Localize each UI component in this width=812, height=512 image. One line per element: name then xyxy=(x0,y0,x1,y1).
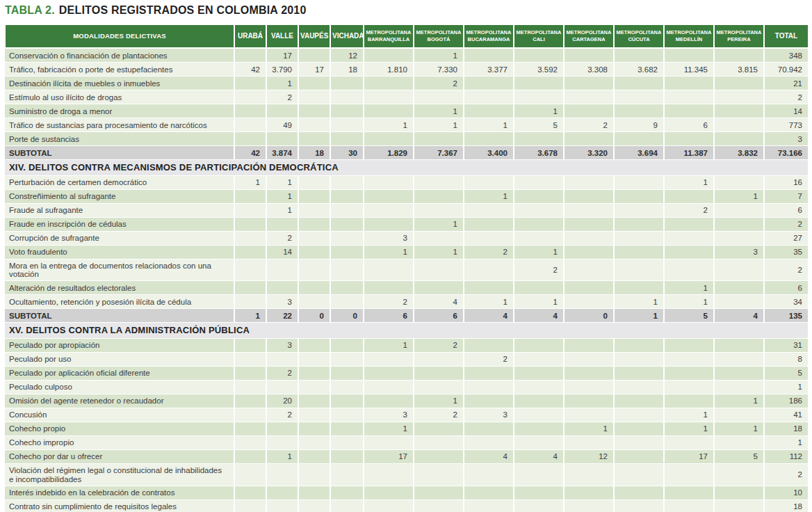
value-cell: 3.815 xyxy=(714,63,764,77)
value-cell xyxy=(614,203,664,217)
value-cell xyxy=(234,118,266,132)
column-header: VAUPÉS xyxy=(298,25,330,49)
value-cell xyxy=(234,422,266,435)
row-label-cell: Peculado por uso xyxy=(5,352,234,366)
value-cell: 21 xyxy=(764,77,809,90)
value-cell xyxy=(330,422,364,435)
value-cell xyxy=(614,245,664,259)
value-cell xyxy=(614,77,664,90)
column-header: VALLE xyxy=(266,25,298,49)
value-cell: 3.832 xyxy=(714,146,764,160)
table-row: Concusión2323141 xyxy=(5,408,809,422)
value-cell xyxy=(234,189,266,203)
value-cell xyxy=(298,77,330,90)
value-cell xyxy=(664,77,714,90)
value-cell: 31 xyxy=(764,338,809,352)
value-cell: 1 xyxy=(714,394,764,408)
value-cell: 2 xyxy=(266,90,298,104)
row-label-cell: Fraude en inscripción de cédulas xyxy=(5,217,234,231)
table-row: Porte de sustancias3 xyxy=(5,132,809,146)
value-cell: 3.400 xyxy=(464,146,514,160)
value-cell xyxy=(298,104,330,118)
value-cell: 3.694 xyxy=(614,146,664,160)
value-cell: 2 xyxy=(564,118,614,132)
row-label-cell: Mora en la entrega de documentos relacio… xyxy=(5,259,234,281)
value-cell xyxy=(514,90,564,104)
value-cell xyxy=(614,499,664,512)
value-cell xyxy=(464,281,514,295)
value-cell: 3 xyxy=(266,295,298,309)
value-cell: 1 xyxy=(234,175,266,189)
column-header: METROPOLITANA CALI xyxy=(514,25,564,49)
value-cell xyxy=(664,352,714,366)
value-cell xyxy=(234,104,266,118)
value-cell xyxy=(614,217,664,231)
row-label-cell: Destinación ilícita de muebles o inmuebl… xyxy=(5,77,234,90)
value-cell: 1 xyxy=(464,295,514,309)
value-cell: 7.367 xyxy=(414,146,464,160)
value-cell xyxy=(564,48,614,63)
value-cell xyxy=(298,366,330,380)
value-cell: 0 xyxy=(298,309,330,323)
value-cell xyxy=(614,422,664,435)
value-cell: 1 xyxy=(414,394,464,408)
table-number: TABLA 2. xyxy=(5,4,55,16)
value-cell xyxy=(714,104,764,118)
value-cell: 2 xyxy=(266,408,298,422)
value-cell xyxy=(298,203,330,217)
value-cell: 41 xyxy=(764,408,809,422)
value-cell xyxy=(298,380,330,394)
value-cell xyxy=(330,463,364,486)
value-cell xyxy=(234,48,266,63)
value-cell: 6 xyxy=(664,118,714,132)
table-row: Cohecho por dar u ofrecer1174412175112 xyxy=(5,449,809,463)
value-cell xyxy=(714,132,764,146)
value-cell xyxy=(664,132,714,146)
value-cell xyxy=(714,366,764,380)
value-cell xyxy=(464,231,514,245)
value-cell xyxy=(266,435,298,449)
value-cell: 14 xyxy=(266,245,298,259)
value-cell xyxy=(266,380,298,394)
value-cell xyxy=(714,380,764,394)
value-cell xyxy=(234,259,266,281)
value-cell xyxy=(664,217,714,231)
value-cell xyxy=(330,281,364,295)
value-cell xyxy=(714,259,764,281)
value-cell xyxy=(714,463,764,486)
value-cell: 1 xyxy=(266,77,298,90)
table-row: Violación del régimen legal o constituci… xyxy=(5,463,809,486)
value-cell xyxy=(234,77,266,90)
value-cell xyxy=(514,422,564,435)
column-header: TOTAL xyxy=(764,25,809,49)
value-cell xyxy=(514,394,564,408)
value-cell xyxy=(714,486,764,499)
value-cell xyxy=(514,231,564,245)
value-cell: 4 xyxy=(514,449,564,463)
value-cell xyxy=(298,486,330,499)
row-label-cell: Perturbación de certamen democrático xyxy=(5,175,234,189)
value-cell: 1 xyxy=(266,203,298,217)
row-label-cell: Constreñimiento al sufragante xyxy=(5,189,234,203)
value-cell: 135 xyxy=(764,309,809,323)
value-cell xyxy=(564,295,614,309)
row-label-cell: Violación del régimen legal o constituci… xyxy=(5,463,234,486)
row-label-cell: Cohecho propio xyxy=(5,422,234,435)
value-cell xyxy=(298,118,330,132)
value-cell: 3.678 xyxy=(514,146,564,160)
value-cell: 2 xyxy=(266,231,298,245)
value-cell: 3.682 xyxy=(614,63,664,77)
value-cell: 22 xyxy=(266,309,298,323)
value-cell xyxy=(564,203,614,217)
value-cell xyxy=(298,90,330,104)
value-cell: 12 xyxy=(330,48,364,63)
column-header: MODALIDADES DELICTIVAS xyxy=(5,25,234,49)
value-cell: 186 xyxy=(764,394,809,408)
row-label-cell: Tráfico, fabricación o porte de estupefa… xyxy=(5,63,234,77)
value-cell: 3.377 xyxy=(464,63,514,77)
value-cell xyxy=(364,281,414,295)
value-cell xyxy=(564,175,614,189)
value-cell xyxy=(364,463,414,486)
value-cell: 17 xyxy=(298,63,330,77)
value-cell xyxy=(514,408,564,422)
